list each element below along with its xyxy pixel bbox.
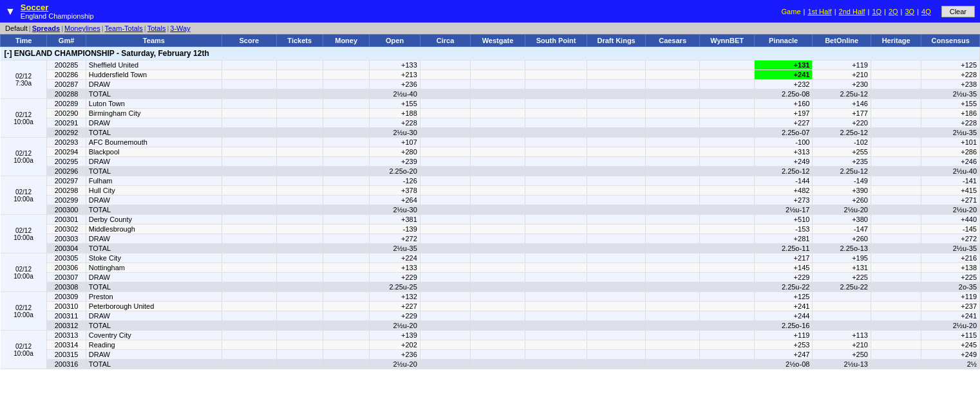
circa-cell — [420, 273, 470, 282]
totals-link[interactable]: Totals — [147, 24, 166, 32]
westgate-cell — [471, 340, 525, 350]
gm-cell: 200289 — [47, 99, 86, 109]
gm-cell: 200315 — [47, 350, 86, 360]
caesars-cell — [645, 138, 700, 147]
score-cell — [222, 128, 277, 138]
time-cell: 02/1210:00a — [1, 253, 47, 292]
wynnbet-cell — [700, 99, 755, 109]
three-way-link[interactable]: 3-Way — [170, 24, 190, 32]
team-cell: TOTAL — [86, 282, 221, 292]
team-cell: Preston — [86, 292, 221, 302]
4q-link[interactable]: 4Q — [921, 8, 931, 15]
score-cell — [222, 176, 277, 186]
tickets-cell — [276, 196, 323, 205]
heritage-cell — [871, 128, 921, 138]
draft-kings-cell — [587, 302, 646, 311]
betonline-cell: -102 — [813, 138, 871, 147]
circa-cell — [420, 215, 470, 225]
spreads-link[interactable]: Spreads — [32, 24, 60, 32]
consensus-cell: +186 — [921, 109, 980, 118]
team-cell: DRAW — [86, 311, 221, 321]
money-cell — [323, 118, 369, 128]
arrow-icon[interactable]: ▼ — [5, 6, 15, 17]
score-cell — [222, 99, 277, 109]
betonline-cell: +177 — [813, 109, 871, 118]
south-point-cell — [525, 80, 587, 89]
caesars-cell — [645, 321, 700, 331]
open-cell: +139 — [370, 331, 420, 340]
caesars-cell — [645, 99, 700, 109]
team-cell: DRAW — [86, 273, 221, 282]
open-cell: +202 — [370, 340, 420, 350]
wynnbet-cell — [700, 225, 755, 234]
betonline-cell: +119 — [813, 60, 871, 70]
heritage-cell — [871, 186, 921, 196]
team-cell: TOTAL — [86, 321, 221, 331]
circa-cell — [420, 244, 470, 253]
time-cell: 02/1210:00a — [1, 215, 47, 253]
open-cell: +236 — [370, 80, 420, 89]
wynnbet-cell — [700, 109, 755, 118]
westgate-cell — [471, 89, 525, 99]
betonline-cell: +250 — [813, 350, 871, 360]
2nd-half-link[interactable]: 2nd Half — [839, 8, 865, 15]
sport-link[interactable]: Soccer — [21, 3, 94, 12]
team-cell: TOTAL — [86, 360, 221, 369]
team-cell: Sheffield United — [86, 60, 221, 70]
westgate-cell — [471, 70, 525, 80]
westgate-cell — [471, 99, 525, 109]
heritage-cell — [871, 321, 921, 331]
wynnbet-cell — [700, 292, 755, 302]
table-row: 200316TOTAL2½u-202½o-082½u-132½ — [1, 360, 980, 369]
pinnacle-cell: +119 — [754, 331, 813, 340]
heritage-cell — [871, 273, 921, 282]
2q-link[interactable]: 2Q — [889, 8, 898, 15]
wynnbet-cell — [700, 234, 755, 244]
betonline-cell: +390 — [813, 186, 871, 196]
heritage-cell — [871, 215, 921, 225]
open-cell: 2½u-20 — [370, 321, 420, 331]
1q-link[interactable]: 1Q — [872, 8, 881, 15]
consensus-cell: 2½u-35 — [921, 89, 980, 99]
gm-cell: 200314 — [47, 340, 86, 350]
table-row: 200296TOTAL2.25o-202.25o-122.25u-122½u-4… — [1, 167, 980, 176]
team-cell: Coventry City — [86, 331, 221, 340]
south-point-cell — [525, 157, 587, 167]
table-row: 200299DRAW+264+273+260+271 — [1, 196, 980, 205]
betonline-cell: +210 — [813, 70, 871, 80]
time-cell: 02/1210:00a — [1, 331, 47, 369]
table-row: 200295DRAW+239+249+235+246 — [1, 157, 980, 167]
clear-button[interactable]: Clear — [941, 6, 975, 17]
south-point-cell — [525, 89, 587, 99]
caesars-cell — [645, 263, 700, 273]
money-cell — [323, 215, 369, 225]
consensus-cell: +271 — [921, 196, 980, 205]
table-row: 200303DRAW+272+281+260+272 — [1, 234, 980, 244]
1st-half-link[interactable]: 1st Half — [807, 8, 831, 15]
gm-cell: 200309 — [47, 292, 86, 302]
pinnacle-cell: 2.25o-07 — [754, 128, 813, 138]
pinnacle-cell: 2.25o-16 — [754, 321, 813, 331]
consensus-cell: +216 — [921, 253, 980, 263]
3q-link[interactable]: 3Q — [905, 8, 914, 15]
tickets-cell — [276, 138, 323, 147]
betonline-cell: +210 — [813, 340, 871, 350]
open-cell: +213 — [370, 70, 420, 80]
pinnacle-cell: +247 — [754, 350, 813, 360]
nav-sep5: | — [167, 24, 169, 32]
open-cell: +378 — [370, 186, 420, 196]
col-betonline: BetOnline — [813, 35, 871, 47]
score-cell — [222, 244, 277, 253]
team-cell: AFC Bournemouth — [86, 138, 221, 147]
wynnbet-cell — [700, 196, 755, 205]
col-score: Score — [222, 35, 277, 47]
open-cell: 2½u-30 — [370, 128, 420, 138]
open-cell: +229 — [370, 311, 420, 321]
moneylines-link[interactable]: Moneylines — [64, 24, 100, 32]
team-totals-link[interactable]: Team-Totals — [105, 24, 143, 32]
tickets-cell — [276, 157, 323, 167]
team-cell: Derby County — [86, 215, 221, 225]
pinnacle-cell: 2½u-17 — [754, 205, 813, 215]
heritage-cell — [871, 167, 921, 176]
gm-cell: 200297 — [47, 176, 86, 186]
